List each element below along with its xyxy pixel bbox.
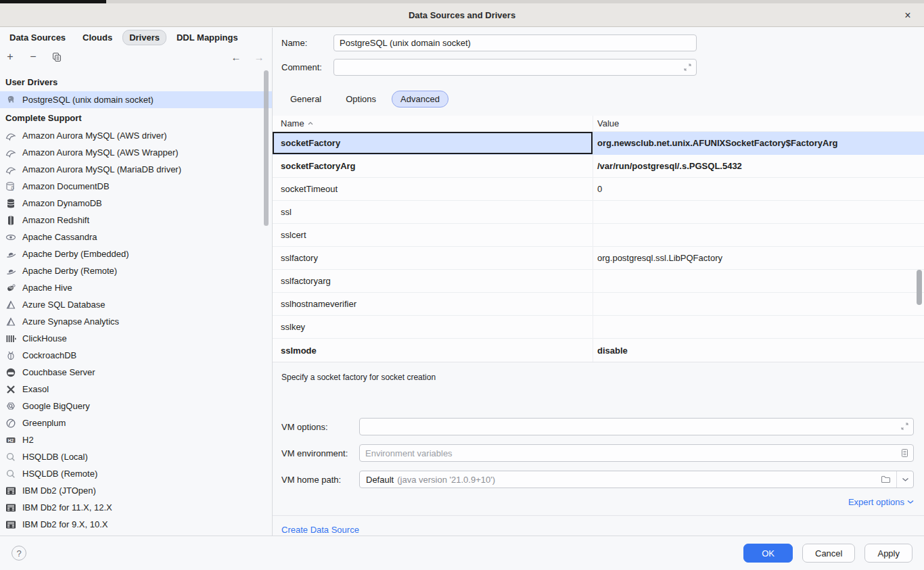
property-value-cell[interactable] [593,201,914,223]
property-name-cell[interactable]: socketFactoryArg [273,155,593,177]
env-variables-icon[interactable] [900,448,909,458]
table-scrollbar-thumb[interactable] [917,270,922,305]
comment-input[interactable] [333,59,697,76]
tree-item[interactable]: Exasol [0,381,272,398]
table-header-row: Name Value [273,116,924,132]
tree-item[interactable]: Amazon Aurora MySQL (AWS Wrapper) [0,144,272,161]
dynamodb-icon [5,198,16,209]
cancel-button[interactable]: Cancel [802,544,855,563]
apply-button[interactable]: Apply [864,544,913,563]
vm-options-input[interactable] [359,418,914,435]
tree-item[interactable]: Amazon Aurora MySQL (MariaDB driver) [0,161,272,178]
top-tab-data-sources[interactable]: Data Sources [3,30,72,45]
property-row[interactable]: sslhostnameverifier [273,293,924,316]
property-row[interactable]: sslkey [273,316,924,339]
tree-item[interactable]: Apache Hive [0,279,272,296]
tree-item[interactable]: IBM Db2 for 11.X, 12.X [0,499,272,516]
tree-item[interactable]: Couchbase Server [0,364,272,381]
property-name-cell[interactable]: sslhostnameverifier [273,293,593,315]
top-tab-clouds[interactable]: Clouds [76,30,119,45]
create-data-source-link[interactable]: Create Data Source [281,525,359,535]
driver-tree: User DriversPostgreSQL (unix domain sock… [0,72,272,533]
help-icon[interactable]: ? [11,546,26,561]
column-header-name[interactable]: Name [273,116,593,131]
remove-icon[interactable]: − [27,51,39,63]
vm-environment-label: VM environment: [281,448,359,458]
expert-options-link[interactable]: Expert options [848,497,914,507]
property-name-cell[interactable]: sslfactory [273,247,593,269]
property-name-cell[interactable]: sslcert [273,224,593,246]
back-icon[interactable]: ← [230,51,242,63]
duplicate-icon[interactable] [50,51,62,63]
property-value-cell[interactable]: /var/run/postgresql/.s.PGSQL.5432 [593,155,914,177]
left-scrollbar-thumb[interactable] [264,70,269,226]
property-value-cell[interactable]: org.postgresql.ssl.LibPQFactory [593,247,914,269]
folder-icon[interactable] [881,475,891,484]
tree-item[interactable]: Azure SQL Database [0,296,272,313]
vm-home-path-label: VM home path: [281,475,359,485]
tree-item[interactable]: Apache Cassandra [0,229,272,245]
forward-icon[interactable]: → [253,51,265,63]
tree-item[interactable]: {}Amazon DocumentDB [0,178,272,195]
add-icon[interactable]: + [4,51,16,63]
name-row: Name: [281,34,914,51]
vm-home-path-combobox[interactable]: Default (java version '21.0.9+10') [359,471,914,488]
property-row[interactable]: sslfactoryarg [273,270,924,293]
name-label: Name: [281,38,333,48]
tree-item[interactable]: Amazon Aurora MySQL (AWS driver) [0,127,272,144]
property-row[interactable]: socketFactoryArg/var/run/postgresql/.s.P… [273,155,924,178]
ok-button[interactable]: OK [743,544,793,563]
tree-item[interactable]: IBM Db2 for 9.X, 10.X [0,516,272,533]
expand-editor-icon[interactable] [900,422,909,431]
property-value-cell[interactable] [593,316,914,338]
property-value-cell[interactable] [593,224,914,246]
property-row[interactable]: socketTimeout0 [273,178,924,201]
property-name-cell[interactable]: socketTimeout [273,178,593,200]
tree-item[interactable]: IBM Db2 (JTOpen) [0,482,272,499]
form-tab-general[interactable]: General [281,91,330,108]
top-tab-ddl-mappings[interactable]: DDL Mappings [170,30,245,45]
property-value-cell[interactable]: 0 [593,178,914,200]
vm-environment-input[interactable] [359,444,914,462]
property-name-cell[interactable]: sslmode [273,339,593,362]
form-tab-advanced[interactable]: Advanced [392,91,448,108]
property-row[interactable]: sslcert [273,224,924,247]
tree-item[interactable]: Google BigQuery [0,398,272,414]
top-tab-drivers[interactable]: Drivers [122,30,166,45]
advanced-properties-table: Name Value socketFactoryorg.newsclub.net… [273,116,924,362]
column-header-value[interactable]: Value [593,116,914,131]
tree-item[interactable]: HSQLDB (Local) [0,448,272,465]
tree-item-label: Greenplum [22,418,66,428]
property-row[interactable]: ssl [273,201,924,224]
property-value-cell[interactable] [593,293,914,315]
svg-text:{}: {} [11,185,14,190]
form-tab-options[interactable]: Options [337,91,385,108]
expand-editor-icon[interactable] [683,63,692,72]
property-name-cell[interactable]: sslkey [273,316,593,338]
property-row[interactable]: sslfactoryorg.postgresql.ssl.LibPQFactor… [273,247,924,270]
tree-item[interactable]: Azure Synapse Analytics [0,313,272,330]
property-name-cell[interactable]: ssl [273,201,593,223]
driver-toolbar: + − ← → [0,46,272,68]
name-input[interactable] [333,34,697,51]
tree-item-label: HSQLDB (Remote) [22,469,97,479]
tree-item[interactable]: Amazon DynamoDB [0,195,272,212]
tree-item[interactable]: PostgreSQL (unix domain socket) [0,91,272,108]
property-value-cell[interactable] [593,270,914,292]
tree-item[interactable]: H2H2 [0,431,272,448]
property-value-cell[interactable]: org.newsclub.net.unix.AFUNIXSocketFactor… [593,132,914,154]
tree-item[interactable]: ClickHouse [0,330,272,347]
tree-item[interactable]: CockroachDB [0,347,272,364]
combo-dropdown-button[interactable] [896,471,913,488]
property-row[interactable]: sslmodedisable [273,339,924,362]
tree-item[interactable]: Amazon Redshift [0,212,272,229]
property-row[interactable]: socketFactoryorg.newsclub.net.unix.AFUNI… [273,132,924,155]
close-icon[interactable]: × [900,8,915,23]
tree-item[interactable]: HSQLDB (Remote) [0,465,272,482]
tree-item[interactable]: Greenplum [0,414,272,431]
property-name-cell[interactable]: sslfactoryarg [273,270,593,292]
property-name-cell[interactable]: socketFactory [273,132,593,154]
tree-item[interactable]: Apache Derby (Embedded) [0,245,272,262]
tree-item[interactable]: Apache Derby (Remote) [0,262,272,279]
property-value-cell[interactable]: disable [593,339,914,362]
